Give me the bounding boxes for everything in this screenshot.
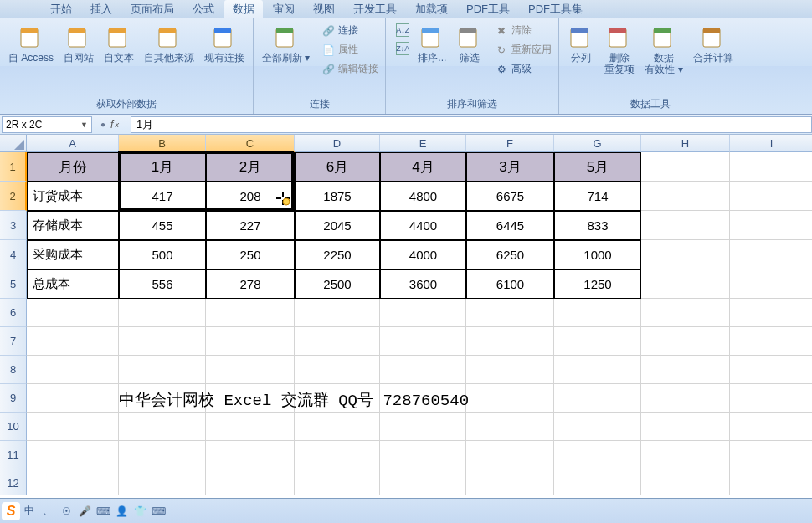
cell-H1[interactable] — [641, 152, 730, 182]
row-header-12[interactable]: 12 — [0, 469, 27, 495]
row-header-8[interactable]: 8 — [0, 356, 27, 384]
cell-H7[interactable] — [641, 327, 730, 356]
btn-filter[interactable]: 筛选 — [453, 22, 486, 65]
cells-area[interactable]: 月份1月2月6月4月3月5月订货成本417208187548006675714存… — [27, 152, 812, 495]
cell-I11[interactable] — [730, 441, 812, 469]
cell-B6[interactable] — [119, 299, 206, 327]
col-header-D[interactable]: D — [295, 135, 380, 152]
cell-E3[interactable]: 4400 — [380, 211, 466, 240]
cell-C1[interactable]: 2月 — [206, 152, 295, 182]
btn-sort-1[interactable]: Z↓A — [394, 40, 411, 57]
cell-F2[interactable]: 6675 — [466, 182, 554, 211]
btn-filt-2[interactable]: ⚙高级 — [493, 60, 553, 78]
cell-A12[interactable] — [27, 469, 119, 495]
cell-C10[interactable] — [206, 413, 295, 441]
cell-H6[interactable] — [641, 299, 730, 327]
cell-D10[interactable] — [295, 413, 380, 441]
cell-C4[interactable]: 250 — [206, 240, 295, 269]
cell-I7[interactable] — [730, 327, 812, 356]
cell-A6[interactable] — [27, 299, 119, 327]
cell-G10[interactable] — [554, 413, 641, 441]
btn-tool-1[interactable]: 删除重复项 — [601, 22, 638, 78]
cell-D1[interactable]: 6月 — [295, 152, 380, 182]
cell-D6[interactable] — [295, 299, 380, 327]
cell-I12[interactable] — [730, 469, 812, 495]
cell-I2[interactable] — [730, 182, 812, 211]
tab-10[interactable]: PDF工具集 — [520, 0, 591, 18]
fx-icon[interactable]: fx — [110, 119, 119, 131]
ime-icon-5[interactable]: 👤 — [114, 504, 129, 519]
cell-A1[interactable]: 月份 — [27, 152, 119, 182]
col-header-I[interactable]: I — [730, 135, 812, 152]
tab-4[interactable]: 数据 — [224, 0, 263, 18]
cell-D5[interactable]: 2500 — [295, 269, 380, 299]
cell-I8[interactable] — [730, 356, 812, 384]
cell-I1[interactable] — [730, 152, 812, 182]
col-header-F[interactable]: F — [466, 135, 554, 152]
row-header-11[interactable]: 11 — [0, 441, 27, 469]
cell-C6[interactable] — [206, 299, 295, 327]
cell-G4[interactable]: 1000 — [554, 240, 641, 269]
cell-E6[interactable] — [380, 299, 466, 327]
tab-8[interactable]: 加载项 — [407, 0, 456, 18]
cell-I5[interactable] — [730, 269, 812, 299]
cell-B2[interactable]: 417 — [119, 182, 206, 211]
cell-E7[interactable] — [380, 327, 466, 356]
cell-C3[interactable]: 227 — [206, 211, 295, 240]
cell-D4[interactable]: 2250 — [295, 240, 380, 269]
cell-H9[interactable] — [641, 384, 730, 413]
cell-B1[interactable]: 1月 — [119, 152, 206, 182]
col-header-G[interactable]: G — [554, 135, 641, 152]
cell-B12[interactable] — [119, 469, 206, 495]
cell-C12[interactable] — [206, 469, 295, 495]
tab-7[interactable]: 开发工具 — [345, 0, 405, 18]
spreadsheet-grid[interactable]: ABCDEFGHI 12345678910111213 月份1月2月6月4月3月… — [0, 135, 812, 495]
btn-ext-4[interactable]: 现有连接 — [201, 22, 248, 65]
cell-G8[interactable] — [554, 356, 641, 384]
cell-A11[interactable] — [27, 441, 119, 469]
cell-D3[interactable]: 2045 — [295, 211, 380, 240]
cell-B8[interactable] — [119, 356, 206, 384]
cell-H10[interactable] — [641, 413, 730, 441]
cell-F12[interactable] — [466, 469, 554, 495]
cell-A4[interactable]: 采购成本 — [27, 240, 119, 269]
col-header-E[interactable]: E — [380, 135, 466, 152]
btn-tool-2[interactable]: 数据有效性 ▾ — [641, 22, 686, 78]
tab-9[interactable]: PDF工具 — [458, 0, 518, 18]
cell-E8[interactable] — [380, 356, 466, 384]
cell-B10[interactable] — [119, 413, 206, 441]
cell-G9[interactable] — [554, 384, 641, 413]
btn-tool-3[interactable]: 合并计算 — [690, 22, 737, 65]
cell-F6[interactable] — [466, 299, 554, 327]
cell-G5[interactable]: 1250 — [554, 269, 641, 299]
cell-I4[interactable] — [730, 240, 812, 269]
row-header-7[interactable]: 7 — [0, 327, 27, 356]
btn-tool-0[interactable]: 分列 — [564, 22, 598, 65]
cell-F8[interactable] — [466, 356, 554, 384]
cell-A5[interactable]: 总成本 — [27, 269, 119, 299]
cell-E2[interactable]: 4800 — [380, 182, 466, 211]
cell-H12[interactable] — [641, 469, 730, 495]
tab-2[interactable]: 页面布局 — [122, 0, 182, 18]
btn-ext-3[interactable]: 自其他来源 — [141, 22, 198, 65]
cell-D11[interactable] — [295, 441, 380, 469]
row-header-9[interactable]: 9 — [0, 384, 27, 413]
cell-G1[interactable]: 5月 — [554, 152, 641, 182]
btn-ext-2[interactable]: 自文本 — [100, 22, 137, 65]
sogou-ime-icon[interactable]: S — [2, 502, 20, 520]
row-header-6[interactable]: 6 — [0, 299, 27, 327]
ime-icon-1[interactable]: 、 — [40, 504, 55, 519]
cell-A10[interactable] — [27, 413, 119, 441]
cell-B11[interactable] — [119, 441, 206, 469]
row-header-2[interactable]: 2 — [0, 182, 27, 211]
cell-G7[interactable] — [554, 327, 641, 356]
btn-refresh-all[interactable]: 全部刷新 ▾ — [259, 22, 313, 65]
tab-5[interactable]: 审阅 — [265, 0, 303, 18]
tab-3[interactable]: 公式 — [184, 0, 223, 18]
cell-C2[interactable]: 208 — [206, 182, 295, 211]
cell-H11[interactable] — [641, 441, 730, 469]
col-header-B[interactable]: B — [119, 135, 206, 152]
btn-ext-1[interactable]: 自网站 — [60, 22, 97, 65]
cell-C7[interactable] — [206, 327, 295, 356]
cell-G3[interactable]: 833 — [554, 211, 641, 240]
